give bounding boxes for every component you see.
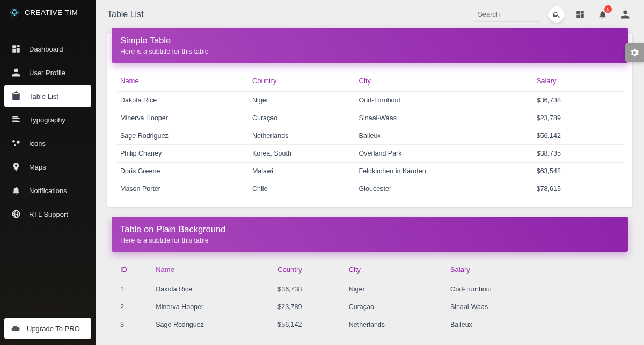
sidebar-item-rtl-support[interactable]: RTL Support bbox=[4, 203, 91, 225]
table-cell: 2 bbox=[116, 298, 151, 316]
upgrade-label: Upgrade To PRO bbox=[27, 325, 80, 333]
col-country: Country bbox=[248, 70, 355, 92]
card-header: Simple Table Here is a subtitle for this… bbox=[112, 28, 628, 63]
table-cell: Philip Chaney bbox=[116, 145, 248, 163]
card-title: Table on Plain Background bbox=[120, 224, 619, 234]
main: Table List 5 Simple Table Here is a subt… bbox=[96, 0, 644, 345]
sidebar-item-maps[interactable]: Maps bbox=[4, 156, 91, 178]
sidebar-item-label: User Profile bbox=[29, 69, 65, 77]
sidebar-item-label: Notifications bbox=[29, 187, 67, 195]
table-row: Dakota RiceNigerOud-Turnhout$36,738 bbox=[116, 92, 624, 109]
plain-table-card: Table on Plain Background Here is a subt… bbox=[107, 222, 632, 343]
brand[interactable]: CREATIVE TIM bbox=[0, 0, 96, 25]
content: Simple Table Here is a subtitle for this… bbox=[96, 26, 644, 345]
card-subtitle: Here is a subtitle for this table bbox=[120, 237, 619, 244]
table-cell: Sinaai-Waas bbox=[446, 298, 624, 316]
table-row: Sage RodriguezNetherlandsBaileux$56,142 bbox=[116, 127, 624, 145]
dashboard-icon bbox=[11, 43, 21, 54]
sidebar: CREATIVE TIM Dashboard User Profile Tabl… bbox=[0, 0, 96, 345]
table-cell: $36,738 bbox=[532, 92, 624, 109]
table-cell: Netherlands bbox=[345, 316, 446, 334]
divider bbox=[6, 28, 89, 28]
table-row: Mason PorterChileGloucester$78,615 bbox=[116, 180, 624, 198]
col-name: Name bbox=[151, 259, 273, 281]
table-cell: Baileux bbox=[355, 127, 532, 145]
table-cell: $63,542 bbox=[532, 163, 624, 180]
sidebar-item-dashboard[interactable]: Dashboard bbox=[4, 38, 91, 60]
location-icon bbox=[11, 162, 21, 172]
profile-button[interactable] bbox=[618, 8, 632, 21]
card-header: Table on Plain Background Here is a subt… bbox=[112, 217, 628, 252]
language-icon bbox=[11, 209, 21, 219]
table-cell: Sage Rodriguez bbox=[151, 316, 273, 334]
page-title: Table List bbox=[107, 10, 144, 19]
table-cell: $36,738 bbox=[273, 281, 344, 298]
sidebar-item-notifications[interactable]: Notifications bbox=[4, 180, 91, 201]
sidebar-item-label: Typography bbox=[29, 116, 65, 124]
sidebar-item-label: Table List bbox=[29, 92, 58, 100]
table-cell: Sinaai-Waas bbox=[355, 109, 532, 127]
sidebar-nav: Dashboard User Profile Table List Typogr… bbox=[0, 34, 96, 229]
settings-button[interactable] bbox=[625, 43, 644, 62]
table-cell: Doris Greene bbox=[116, 163, 248, 180]
col-id: ID bbox=[116, 259, 151, 281]
upgrade-to-pro-button[interactable]: Upgrade To PRO bbox=[4, 318, 91, 339]
table-cell: Niger bbox=[345, 281, 446, 298]
search-input[interactable] bbox=[475, 7, 540, 22]
table-cell: Curaçao bbox=[345, 298, 446, 316]
table-cell: Mason Porter bbox=[116, 180, 248, 198]
topbar: Table List 5 bbox=[96, 0, 644, 26]
col-city: City bbox=[345, 259, 446, 281]
table-row: Minerva HooperCuraçaoSinaai-Waas$23,789 bbox=[116, 109, 624, 127]
bubble-icon bbox=[11, 138, 21, 149]
table-cell: Dakota Rice bbox=[116, 92, 248, 109]
table-cell: $56,142 bbox=[273, 316, 344, 334]
col-country: Country bbox=[273, 259, 344, 281]
table-cell: Dakota Rice bbox=[151, 281, 273, 298]
sidebar-item-icons[interactable]: Icons bbox=[4, 133, 91, 154]
table-cell: Chile bbox=[248, 180, 355, 198]
clipboard-icon bbox=[11, 91, 21, 101]
card-subtitle: Here is a subtitle for this table bbox=[120, 48, 619, 55]
table-cell: Feldkirchen in Kärnten bbox=[355, 163, 532, 180]
table-cell: Baileux bbox=[446, 316, 624, 334]
table-row: Doris GreeneMalawiFeldkirchen in Kärnten… bbox=[116, 163, 624, 180]
simple-table: Name Country City Salary Dakota RiceNige… bbox=[116, 70, 624, 197]
table-cell: Netherlands bbox=[248, 127, 355, 145]
table-cell: Curaçao bbox=[248, 109, 355, 127]
sidebar-item-label: Icons bbox=[29, 140, 46, 148]
search-button[interactable] bbox=[548, 6, 565, 23]
sidebar-item-label: RTL Support bbox=[29, 210, 68, 218]
table-row: 1Dakota Rice$36,738NigerOud-Turnhout bbox=[116, 281, 624, 298]
table-cell: $78,615 bbox=[532, 180, 624, 198]
table-cell: $56,142 bbox=[532, 127, 624, 145]
notifications-button[interactable]: 5 bbox=[596, 8, 610, 21]
col-city: City bbox=[355, 70, 532, 92]
table-cell: Niger bbox=[248, 92, 355, 109]
brand-name: CREATIVE TIM bbox=[25, 9, 78, 17]
react-logo-icon bbox=[10, 8, 19, 17]
table-cell: Sage Rodriguez bbox=[116, 127, 248, 145]
library-icon bbox=[11, 114, 21, 125]
table-cell: Korea, South bbox=[248, 145, 355, 163]
cloud-icon bbox=[11, 324, 20, 333]
sidebar-item-label: Maps bbox=[29, 163, 46, 171]
sidebar-item-label: Dashboard bbox=[29, 45, 63, 53]
sidebar-item-typography[interactable]: Typography bbox=[4, 109, 91, 130]
col-name: Name bbox=[116, 70, 248, 92]
simple-table-card: Simple Table Here is a subtitle for this… bbox=[107, 33, 632, 207]
table-row: Philip ChaneyKorea, SouthOverland Park$3… bbox=[116, 145, 624, 163]
table-cell: 3 bbox=[116, 316, 151, 334]
dashboard-shortcut-button[interactable] bbox=[573, 8, 587, 21]
sidebar-item-table-list[interactable]: Table List bbox=[4, 85, 91, 107]
table-cell: Oud-Turnhout bbox=[446, 281, 624, 298]
card-title: Simple Table bbox=[120, 35, 619, 46]
plain-table: ID Name Country City Salary 1Dakota Rice… bbox=[116, 259, 624, 333]
table-cell: Oud-Turnhout bbox=[355, 92, 532, 109]
table-cell: Minerva Hooper bbox=[151, 298, 273, 316]
sidebar-item-user-profile[interactable]: User Profile bbox=[4, 62, 91, 83]
col-salary: Salary bbox=[532, 70, 624, 92]
table-cell: $23,789 bbox=[273, 298, 344, 316]
table-cell: Gloucester bbox=[355, 180, 532, 198]
col-salary: Salary bbox=[446, 259, 624, 281]
